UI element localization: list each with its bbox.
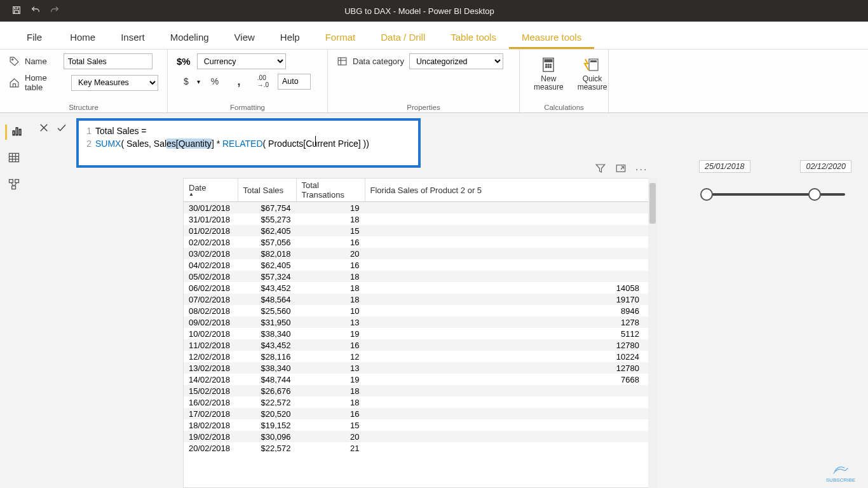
data-category-select[interactable]: Uncategorized — [409, 53, 503, 69]
table-row[interactable]: 31/01/2018$55,27318 — [184, 214, 653, 225]
table-row[interactable]: 07/02/2018$48,5641819170 — [184, 294, 653, 305]
window-title: UBG to DAX - Model - Power BI Desktop — [60, 6, 779, 16]
new-measure-label: New measure — [534, 75, 564, 92]
currency-button[interactable]: $ — [177, 73, 196, 90]
svg-rect-16 — [590, 60, 597, 62]
tab-insert[interactable]: Insert — [108, 25, 158, 49]
svg-rect-25 — [10, 180, 13, 183]
tab-data-drill[interactable]: Data / Drill — [368, 25, 438, 49]
table-row[interactable]: 30/01/2018$67,75419 — [184, 202, 653, 214]
home-table-label: Home table — [25, 73, 66, 92]
table-row[interactable]: 14/02/2018$48,744197668 — [184, 374, 653, 385]
new-measure-button[interactable]: New measure — [529, 53, 569, 94]
table-row[interactable]: 18/02/2018$19,15215 — [184, 419, 653, 431]
table-row[interactable]: 06/02/2018$43,4521814058 — [184, 282, 653, 294]
svg-marker-32 — [596, 165, 605, 172]
slicer-to[interactable]: 02/12/2020 — [800, 160, 851, 173]
table-scrollbar[interactable] — [648, 178, 657, 488]
category-icon — [337, 56, 348, 67]
svg-line-28 — [11, 183, 13, 186]
table-row[interactable]: 13/02/2018$38,3401312780 — [184, 362, 653, 374]
focus-icon[interactable] — [615, 163, 627, 177]
home-table-select[interactable]: Key Measures — [71, 75, 158, 91]
model-view-icon[interactable] — [8, 178, 20, 193]
slicer-handle-right[interactable] — [808, 188, 821, 201]
table-row[interactable]: 09/02/2018$31,950131278 — [184, 316, 653, 328]
svg-line-29 — [15, 183, 17, 186]
data-view-icon[interactable] — [8, 151, 20, 166]
col-header-trans[interactable]: Total Transations — [296, 179, 365, 202]
col-header-sales[interactable]: Total Sales — [238, 179, 296, 202]
slicer-track[interactable] — [699, 184, 851, 206]
save-icon[interactable] — [11, 5, 22, 17]
scrollbar-thumb[interactable] — [649, 183, 656, 224]
tab-file[interactable]: File — [11, 25, 57, 49]
data-table-visual[interactable]: Date▲ Total Sales Total Transations Flor… — [183, 178, 653, 488]
table-row[interactable]: 08/02/2018$25,560108946 — [184, 305, 653, 316]
tab-view[interactable]: View — [222, 25, 268, 49]
calculator-icon — [539, 56, 557, 74]
quick-measure-label: Quick measure — [578, 75, 607, 92]
ribbon: Name Home table Key Measures Structure $… — [0, 50, 868, 113]
tab-modeling[interactable]: Modeling — [158, 25, 222, 49]
col-header-date[interactable]: Date▲ — [184, 179, 238, 202]
name-label: Name — [25, 57, 47, 66]
more-icon[interactable]: ··· — [635, 164, 648, 175]
svg-rect-17 — [13, 131, 15, 135]
svg-rect-26 — [15, 180, 19, 183]
table-row[interactable]: 02/02/2018$57,05616 — [184, 236, 653, 248]
table-row[interactable]: 03/02/2018$82,01820 — [184, 248, 653, 259]
decimal-button[interactable]: .00→.0 — [254, 73, 273, 90]
col-header-florida[interactable]: Florida Sales of Product 2 or 5 — [365, 179, 653, 202]
slicer-handle-left[interactable] — [700, 188, 713, 201]
report-view-icon[interactable] — [5, 125, 24, 140]
quick-measure-button[interactable]: Quick measure — [573, 53, 613, 94]
svg-point-10 — [548, 64, 549, 65]
table-row[interactable]: 16/02/2018$22,57218 — [184, 396, 653, 408]
svg-rect-1 — [15, 6, 18, 8]
percent-button[interactable]: % — [205, 73, 224, 90]
table-row[interactable]: 19/02/2018$30,09620 — [184, 431, 653, 442]
tab-help[interactable]: Help — [268, 25, 313, 49]
formula-editor[interactable]: 1Total Sales = 2SUMX( Sales, Sales[Quant… — [76, 118, 421, 168]
table-row[interactable]: 12/02/2018$28,1161210224 — [184, 351, 653, 362]
decimal-input[interactable] — [278, 74, 311, 90]
commit-formula-icon[interactable] — [56, 122, 67, 136]
undo-icon[interactable] — [31, 5, 41, 17]
text-caret — [315, 136, 316, 146]
group-properties: Data category Uncategorized Properties — [328, 50, 520, 112]
date-slicer[interactable]: 25/01/2018 02/12/2020 — [699, 160, 851, 206]
comma-button[interactable]: , — [229, 73, 248, 90]
table-row[interactable]: 05/02/2018$57,32418 — [184, 271, 653, 282]
table-row[interactable]: 20/02/2018$22,57221 — [184, 442, 653, 454]
slicer-from[interactable]: 25/01/2018 — [699, 160, 750, 173]
svg-point-3 — [12, 59, 13, 60]
tab-format[interactable]: Format — [313, 25, 369, 49]
visual-header: ··· — [595, 163, 648, 177]
table-row[interactable]: 10/02/2018$38,340195112 — [184, 328, 653, 339]
table-row[interactable]: 17/02/2018$20,52016 — [184, 408, 653, 419]
tab-table-tools[interactable]: Table tools — [438, 25, 509, 49]
cancel-formula-icon[interactable] — [38, 122, 50, 136]
format-select[interactable]: Currency — [197, 53, 286, 69]
svg-rect-8 — [545, 60, 553, 62]
table-row[interactable]: 01/02/2018$62,40515 — [184, 225, 653, 236]
subscribe-badge[interactable]: SUBSCRIBE — [826, 464, 855, 483]
filter-icon[interactable] — [595, 163, 606, 177]
name-input[interactable] — [64, 53, 153, 69]
subscribe-icon — [832, 464, 849, 476]
group-formatting: $% Currency $▾ % , .00→.0 Formatting — [168, 50, 328, 112]
redo-icon[interactable] — [50, 5, 60, 17]
svg-rect-2 — [15, 10, 19, 13]
quick-calculator-icon — [583, 56, 601, 74]
svg-rect-19 — [19, 130, 21, 135]
tab-measure-tools[interactable]: Measure tools — [509, 25, 594, 49]
formula-line-2: SUMX( Sales, Sales[Quantity] * RELATED( … — [95, 137, 369, 150]
table-row[interactable]: 04/02/2018$62,40516 — [184, 259, 653, 271]
table-row[interactable]: 15/02/2018$26,67618 — [184, 385, 653, 396]
group-properties-label: Properties — [337, 104, 510, 111]
group-calculations: New measure Quick measure Calculations — [520, 50, 609, 112]
ribbon-tabs: File Home Insert Modeling View Help Form… — [0, 22, 868, 50]
table-row[interactable]: 11/02/2018$43,4521612780 — [184, 339, 653, 351]
tab-home[interactable]: Home — [57, 25, 108, 49]
